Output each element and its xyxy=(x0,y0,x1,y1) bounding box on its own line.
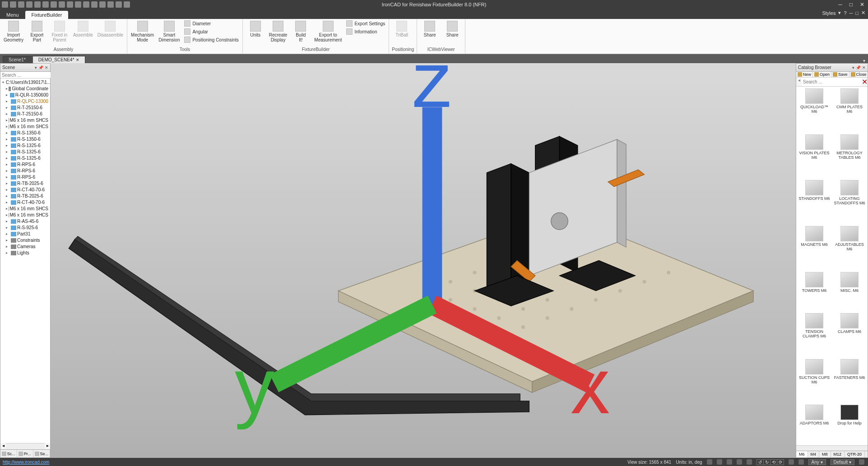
catalog-tab-qtr20[interactable]: QTR-20 xyxy=(845,451,865,457)
tree-node[interactable]: ▸R-CT-40-70-6 xyxy=(1,187,49,193)
catalog-item[interactable]: LOCATING STANDOFFS M6 xyxy=(832,179,867,224)
qat-icon[interactable] xyxy=(18,1,24,8)
diameter-button[interactable]: Diameter xyxy=(183,20,239,27)
tree-node[interactable]: ▸R-T-25150-6 xyxy=(1,105,49,111)
tree-node[interactable]: ▸R-RPS-6 xyxy=(1,161,49,168)
qat-icon[interactable] xyxy=(51,1,57,8)
share-cloud-button[interactable]: Share xyxy=(442,20,462,38)
qat-icon[interactable] xyxy=(124,1,130,8)
mechanism-mode-button[interactable]: Mechanism Mode xyxy=(130,20,155,43)
export-measurement-button[interactable]: Export to Measurement xyxy=(313,20,343,43)
catalog-grid[interactable]: QUICKLOAD™ M6CMM PLATES M6VISION PLATES … xyxy=(796,87,868,445)
catalog-tab-m8[interactable]: M8 xyxy=(819,451,831,457)
export-part-button[interactable]: Export Part xyxy=(27,20,47,43)
catalog-item[interactable]: SUCTION CUPS M6 xyxy=(797,358,831,403)
tab-menu[interactable]: Menu xyxy=(0,11,25,19)
scene-bottom-tab[interactable]: Sc... xyxy=(0,450,17,457)
view-combo[interactable]: Default ▾ xyxy=(831,459,854,465)
status-icon[interactable] xyxy=(727,459,732,465)
status-icon[interactable] xyxy=(737,459,742,465)
catalog-item[interactable]: METROLOGY TABLES M6 xyxy=(832,134,867,179)
qat-icon[interactable] xyxy=(2,1,8,8)
ribbon-close-button[interactable]: ✕ xyxy=(861,10,865,16)
help-icon[interactable]: ? xyxy=(844,10,846,16)
close-panel-icon[interactable]: ✕ xyxy=(862,65,866,70)
tree-node[interactable]: ▸Cameras xyxy=(1,244,49,250)
close-panel-icon[interactable]: ✕ xyxy=(45,65,48,70)
pin-icon[interactable]: ▾ xyxy=(852,65,854,70)
units-button[interactable]: Units xyxy=(246,20,265,38)
catalog-tab-m12[interactable]: M12 xyxy=(831,451,845,457)
import-geometry-button[interactable]: Import Geometry xyxy=(3,20,24,43)
doc-tab-scene1[interactable]: Scene1* xyxy=(3,56,32,63)
tree-node[interactable]: ▸M6 x 16 mm SHCS xyxy=(1,117,49,124)
tree-node[interactable]: ▸R-TB-2025-6 xyxy=(1,180,49,187)
qat-icon[interactable] xyxy=(116,1,122,8)
tree-node[interactable]: ▸R-AS-45-6 xyxy=(1,218,49,225)
minimize-button[interactable]: ─ xyxy=(836,1,844,8)
rot-button[interactable]: ↻ xyxy=(764,460,771,465)
catalog-save-button[interactable]: Save xyxy=(831,72,849,77)
status-url-link[interactable]: http://www.ironcad.com xyxy=(0,460,627,465)
angular-button[interactable]: Angular xyxy=(183,28,239,35)
maximize-button[interactable]: □ xyxy=(848,1,854,8)
pin-icon[interactable]: 📌 xyxy=(856,65,861,70)
status-icon[interactable] xyxy=(717,459,722,465)
tree-node[interactable]: ▸M6 x 16 mm SHCS xyxy=(1,206,49,212)
catalog-item[interactable]: MISC. M6 xyxy=(832,271,867,312)
rot-button[interactable]: ⟳ xyxy=(777,460,784,465)
qat-icon[interactable] xyxy=(75,1,81,8)
pin-icon[interactable]: 📌 xyxy=(38,65,43,70)
catalog-tab-m4[interactable]: M4 xyxy=(808,451,820,457)
tree-node[interactable]: ▸R-S-1350-6 xyxy=(1,136,49,143)
catalog-item[interactable]: TOWERS M6 xyxy=(797,271,831,312)
qat-icon[interactable] xyxy=(99,1,106,8)
doc-tab-demo[interactable]: DEMO_SCENE4*✕ xyxy=(32,56,85,63)
catalog-item[interactable]: CMM PLATES M6 xyxy=(832,88,867,133)
qat-icon[interactable] xyxy=(59,1,65,8)
catalog-item[interactable]: ADAPTORS M6 xyxy=(797,404,831,444)
scene-hscroll[interactable]: ◂▸ xyxy=(0,443,50,449)
status-icon[interactable] xyxy=(747,459,752,465)
qat-icon[interactable] xyxy=(91,1,97,8)
catalog-item[interactable]: Drop for Help xyxy=(832,404,867,444)
catalog-item[interactable]: MAGNETS M6 xyxy=(797,225,831,270)
scene-bottom-tab[interactable]: Se... xyxy=(33,450,50,457)
qat-icon[interactable] xyxy=(10,1,16,8)
search-clear-icon[interactable]: ✕ xyxy=(862,78,868,86)
build-it-button[interactable]: Build It! xyxy=(291,20,311,43)
ribbon-restore-button[interactable]: □ xyxy=(855,10,859,16)
close-tab-icon[interactable]: ✕ xyxy=(76,58,79,62)
catalog-item[interactable]: TENSION CLAMPS M6 xyxy=(797,312,831,357)
qat-icon[interactable] xyxy=(42,1,49,8)
positioning-constraints-button[interactable]: Positioning Constraints xyxy=(183,36,239,43)
status-icon[interactable] xyxy=(707,459,712,465)
tree-node[interactable]: ▸R-T-25150-6 xyxy=(1,111,49,117)
export-settings-button[interactable]: Export Settings xyxy=(345,20,386,27)
catalog-item[interactable]: ADJUSTABLES M6 xyxy=(832,225,867,270)
qat-icon[interactable] xyxy=(26,1,32,8)
catalog-new-button[interactable]: New xyxy=(796,72,813,77)
qat-icon[interactable] xyxy=(34,1,41,8)
catalog-search-input[interactable] xyxy=(802,78,862,86)
qat-icon[interactable] xyxy=(107,1,114,8)
tree-node[interactable]: ▸R-S-1325-6 xyxy=(1,143,49,149)
status-icon[interactable] xyxy=(798,459,804,465)
share-js-button[interactable]: Share xyxy=(420,20,440,38)
tree-node[interactable]: ▸R-CT-40-70-6 xyxy=(1,199,49,206)
scene-tree[interactable]: ▾C:\Users\fv139017\1... ▸Global Coordina… xyxy=(0,78,50,443)
qat-icon[interactable] xyxy=(67,1,73,8)
recreate-display-button[interactable]: Recreate Display xyxy=(268,20,288,43)
axis-gizmo[interactable]: z x y xyxy=(60,63,796,452)
catalog-item[interactable]: QUICKLOAD™ M6 xyxy=(797,88,831,133)
tree-node[interactable]: ▸R-RPS-6 xyxy=(1,168,49,174)
catalog-item[interactable]: STANDOFFS M6 xyxy=(797,179,831,224)
catalog-hscroll[interactable] xyxy=(796,445,868,451)
catalog-close-button[interactable]: Close xyxy=(849,72,868,77)
tab-fixturebuilder[interactable]: FixtureBuilder xyxy=(25,11,69,19)
ribbon-minimize-button[interactable]: ─ xyxy=(849,10,853,16)
catalog-item[interactable]: FASTENERS M6 xyxy=(832,358,867,403)
snap-combo[interactable]: Any ▾ xyxy=(808,459,826,465)
close-button[interactable]: ✕ xyxy=(858,1,866,8)
tree-node[interactable]: ▸R-S-1325-6 xyxy=(1,155,49,161)
